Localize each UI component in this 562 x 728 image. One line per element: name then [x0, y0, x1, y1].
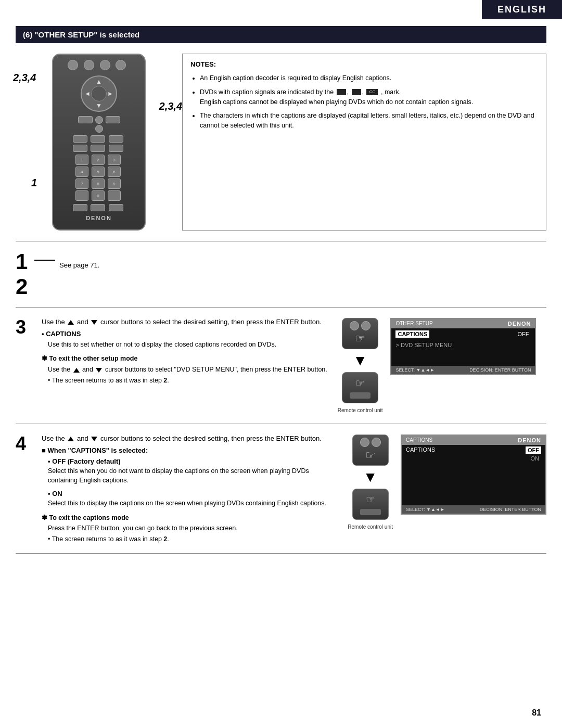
- remote-btn: [116, 60, 126, 70]
- page-number: 81: [532, 708, 541, 718]
- screen-captions-item: CAPTIONS: [395, 330, 429, 338]
- major-divider-4: [16, 553, 546, 554]
- cursor-up-icon: [68, 320, 74, 325]
- off-factory-label: OFF (Factory default): [48, 457, 337, 465]
- remote-btn-5: 5: [92, 167, 105, 177]
- step-3-row: 3 Use the and cursor buttons to select t…: [16, 318, 546, 413]
- remote-btn-8: 8: [92, 178, 105, 189]
- remote-btn: [106, 116, 120, 123]
- notes-title: NOTES:: [190, 60, 538, 68]
- step-1-row: 1 See page 71.: [16, 252, 546, 272]
- remote-small-enter: ☞: [342, 372, 378, 403]
- screen-denon-4: DENON: [518, 437, 541, 443]
- icon-rect-2: [352, 89, 361, 95]
- screen-other-setup-label: OTHER SETUP: [395, 321, 432, 327]
- cursor-down-icon: [91, 320, 97, 325]
- step-1-number: 1: [16, 252, 34, 272]
- on-desc: Select this to display the captions on t…: [48, 499, 337, 508]
- remote-label-234-right: 2,3,4: [159, 100, 182, 112]
- step-1-see-page: See page 71.: [59, 261, 99, 272]
- remote-small-top: ☞: [342, 318, 378, 349]
- remote-btn: [91, 204, 105, 211]
- step-4-body: Use the and cursor buttons to select the…: [42, 435, 546, 543]
- remote-label-small: Remote control unit: [338, 407, 383, 413]
- exit-captions-title: To exit the captions mode: [42, 514, 337, 521]
- remote-btn-4: 4: [75, 167, 88, 177]
- remote-btn-7: 7: [75, 178, 88, 189]
- screen-bottom-bar: SELECT: ▼▲◄► DECISION: ENTER BUTTON: [391, 366, 535, 374]
- remote-label-1: 1: [31, 177, 37, 189]
- screen-denon: DENON: [508, 321, 531, 327]
- major-divider-1: [16, 241, 546, 241]
- remote-btn-clr: [108, 190, 121, 201]
- rs-btn: [350, 321, 359, 330]
- remote-btn-1: 1: [75, 155, 88, 165]
- screen-top-bar: OTHER SETUP DENON: [391, 319, 535, 328]
- captions-desc: Use this to set whether or not to displa…: [48, 340, 327, 350]
- remote-small-top-4: ☞: [352, 435, 389, 466]
- step-1-line: [34, 260, 55, 261]
- screen4-captions-row: CAPTIONS OFF ON: [402, 445, 545, 464]
- step-3-instruction: Use the and cursor buttons to select the…: [42, 318, 327, 326]
- step-3-body: Use the and cursor buttons to select the…: [42, 318, 536, 413]
- step-3-screen: OTHER SETUP DENON CAPTIONS OFF DVD SETUP…: [390, 318, 536, 375]
- nav-circle: ◄ ► ▲ ▼: [81, 75, 117, 112]
- step-4-instruction: Use the and cursor buttons to select the…: [42, 435, 337, 442]
- screen-select-label: SELECT: ▼▲◄►: [395, 367, 435, 373]
- cursor-up-icon-3: [68, 437, 74, 441]
- exit-captions-desc: Press the ENTER button, you can go back …: [48, 523, 337, 533]
- bullet-captions: CAPTIONS: [42, 330, 327, 338]
- screen-top-bar-4: CAPTIONS DENON: [402, 436, 545, 445]
- icon-cc: CC: [366, 89, 378, 95]
- cursor-up-icon-2: [73, 368, 80, 373]
- screen-dvd-setup-menu: DVD SETUP MENU: [391, 340, 535, 350]
- remote-btn-9: 9: [108, 178, 121, 189]
- rs-btn: [372, 438, 381, 447]
- remote-btn: [73, 204, 87, 211]
- notes-item-2: DVDs with caption signals are indicated …: [200, 87, 538, 107]
- remote-label-234-left: 2,3,4: [13, 72, 36, 84]
- remote-label-small-4: Remote control unit: [348, 524, 393, 530]
- icon-rect-1: [337, 89, 346, 95]
- remote-btn-2: 2: [92, 155, 105, 165]
- major-divider-3: [16, 424, 546, 424]
- exit-step-note: • The screen returns to as it was in ste…: [48, 377, 327, 384]
- remote-btn: [73, 145, 87, 152]
- on-label: ON: [48, 490, 337, 497]
- arrow-down-icon-2: ▼: [363, 470, 378, 484]
- screen4-on: ON: [529, 455, 542, 462]
- step-4-text: Use the and cursor buttons to select the…: [42, 435, 337, 543]
- step-2-row: 2: [16, 277, 546, 297]
- notes-section: NOTES: An English caption decoder is req…: [182, 54, 546, 231]
- remote-btn: [100, 60, 110, 70]
- rs-btn: [361, 321, 371, 330]
- off-factory-desc: Select this when you do not want to disp…: [48, 466, 337, 486]
- step-4-screen: CAPTIONS DENON CAPTIONS OFF ON SELECT: ▼…: [401, 435, 546, 515]
- remote-btn-00: 0: [92, 190, 105, 201]
- remote-btn: [109, 145, 123, 152]
- remote-denon-label: DENON: [86, 215, 112, 221]
- remote-btn: [95, 116, 103, 124]
- exit-other-setup-text: Use the and cursor buttons to select "DV…: [48, 364, 327, 375]
- remote-small-enter-4: ☞: [352, 489, 389, 520]
- remote-btn: [91, 135, 105, 143]
- cursor-down-icon-2: [96, 368, 102, 373]
- remote-btn-0: [75, 190, 88, 201]
- remote-btn: [109, 204, 123, 211]
- remote-illustration: 2,3,4 2,3,4 1 ◄ ►: [16, 54, 161, 231]
- step-3-text: Use the and cursor buttons to select the…: [42, 318, 327, 385]
- when-captions-selected: When "CAPTIONS" is selected:: [42, 446, 337, 454]
- step-2-number: 2: [16, 277, 34, 297]
- step-3-right: ☞ ▼ ☞ Remote control unit OTHER SETUP DE…: [338, 318, 537, 413]
- step-4-row: 4 Use the and cursor buttons to select t…: [16, 435, 546, 543]
- remote-body: ◄ ► ▲ ▼: [52, 54, 146, 231]
- cursor-down-icon-3: [91, 437, 97, 441]
- step-3-number: 3: [16, 318, 31, 337]
- remote-btn: [109, 135, 123, 143]
- remote-btn: [68, 60, 78, 70]
- exit-other-setup-title: To exit the other setup mode: [42, 354, 327, 362]
- rs-btn: [360, 438, 369, 447]
- language-badge: ENGLISH: [482, 0, 562, 19]
- section-header: (6) "OTHER SETUP" is selected: [16, 26, 546, 43]
- remote-btn: [95, 125, 103, 133]
